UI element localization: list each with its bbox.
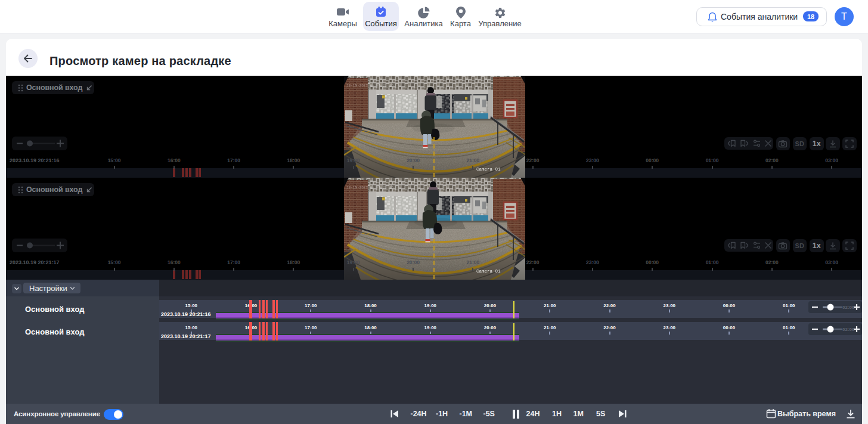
svg-text:02:00: 02:00: [842, 305, 855, 310]
svg-text:02:00: 02:00: [842, 327, 855, 332]
